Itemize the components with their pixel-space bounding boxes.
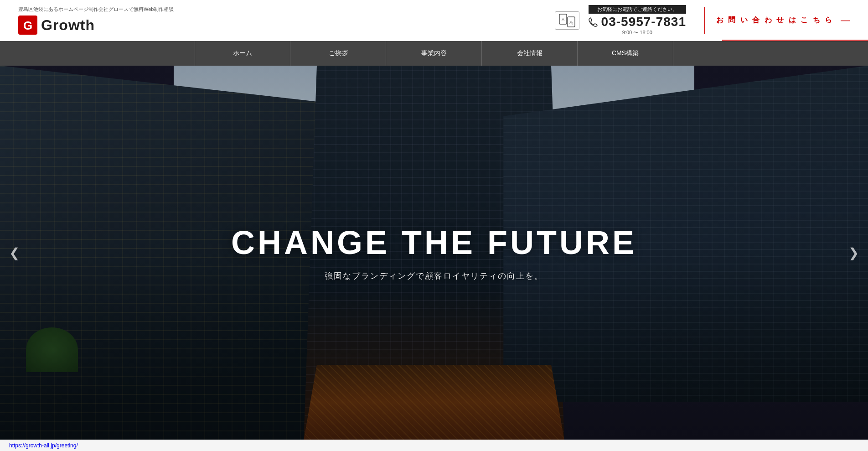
- hero-section: CHANGE THE FUTURE 強固なブランディングで顧客ロイヤリティの向上…: [0, 66, 868, 440]
- header-divider: [722, 40, 868, 41]
- header-center: A あ お気軽にお電話でご連絡ください。 03-5957-7831 9:00 〜…: [555, 5, 686, 36]
- nav-bar: ホーム ご挨拶 事業内容 会社情報 CMS構築: [0, 41, 868, 66]
- translate-button[interactable]: A あ: [555, 11, 579, 30]
- contact-cta-text: お 問 い 合 わ せ は こ ち ら: [716, 16, 833, 25]
- svg-text:あ: あ: [569, 20, 573, 25]
- phone-block: お気軽にお電話でご連絡ください。 03-5957-7831 9:00 〜 18:…: [589, 5, 686, 36]
- phone-number-row: 03-5957-7831: [589, 15, 686, 29]
- logo-area[interactable]: G Growth: [18, 16, 174, 35]
- svg-text:A: A: [562, 17, 564, 22]
- nav-item-company[interactable]: 会社情報: [482, 41, 578, 66]
- contact-arrow: —: [841, 15, 850, 26]
- translate-icon: A あ: [559, 14, 575, 27]
- contact-cta-button[interactable]: お 問 い 合 わ せ は こ ち ら —: [704, 7, 850, 34]
- phone-number: 03-5957-7831: [601, 15, 686, 29]
- phone-hours: 9:00 〜 18:00: [589, 29, 686, 36]
- nav-item-business[interactable]: 事業内容: [386, 41, 482, 66]
- phone-icon: [589, 17, 599, 27]
- nav-item-home[interactable]: ホーム: [195, 41, 290, 66]
- svg-text:G: G: [23, 19, 32, 32]
- header: 豊島区池袋にあるホームページ制作会社グロースで無料Web制作相談 G Growt…: [0, 0, 868, 41]
- header-right: お 問 い 合 わ せ は こ ち ら —: [704, 7, 850, 34]
- header-left: 豊島区池袋にあるホームページ制作会社グロースで無料Web制作相談 G Growt…: [18, 6, 174, 35]
- header-tagline: 豊島区池袋にあるホームページ制作会社グロースで無料Web制作相談: [18, 6, 174, 13]
- nav-item-cms[interactable]: CMS構築: [578, 41, 673, 66]
- hero-next-button[interactable]: ❯: [844, 241, 863, 265]
- logo-text: Growth: [41, 17, 95, 34]
- phone-notice: お気軽にお電話でご連絡ください。: [589, 5, 686, 14]
- nav-item-greeting[interactable]: ご挨拶: [290, 41, 386, 66]
- hero-content: CHANGE THE FUTURE 強固なブランディングで顧客ロイヤリティの向上…: [231, 224, 637, 281]
- logo-icon: G: [18, 16, 37, 35]
- hero-prev-button[interactable]: ❮: [5, 241, 24, 265]
- status-bar: https://growth-all.jp/greeting/: [0, 440, 868, 451]
- status-url: https://growth-all.jp/greeting/: [9, 442, 78, 449]
- hero-subtitle: 強固なブランディングで顧客ロイヤリティの向上を。: [231, 270, 637, 281]
- hero-title: CHANGE THE FUTURE: [231, 224, 637, 261]
